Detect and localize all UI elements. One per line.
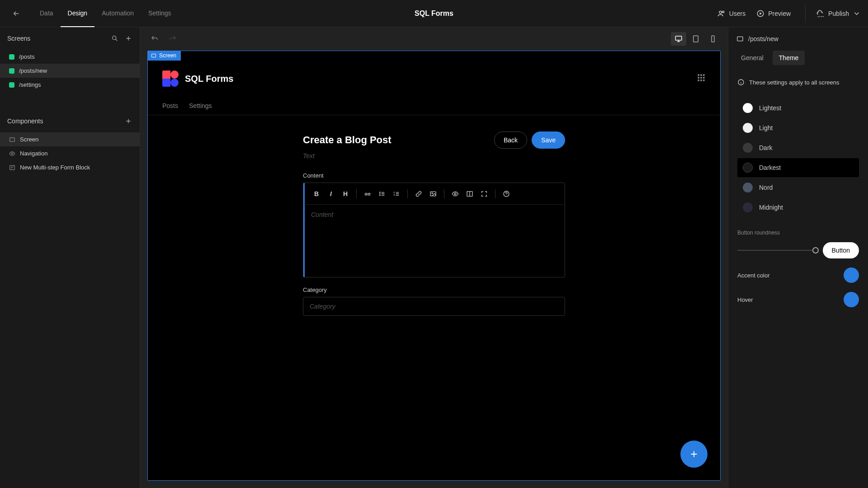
svg-rect-4 [10,137,15,141]
form-title: Create a Blog Post [303,134,392,146]
svg-point-19 [703,80,705,81]
screen-path: /posts/new [748,35,778,42]
undo-button[interactable] [147,32,162,46]
save-button[interactable]: Save [532,131,565,149]
roundness-slider[interactable] [737,250,816,251]
svg-point-18 [701,80,702,81]
svg-point-25 [454,193,456,195]
form-subtext: Text [303,152,565,160]
svg-rect-28 [737,37,743,41]
accent-label: Accent color [737,272,770,279]
theme-midnight[interactable]: Midnight [737,198,859,217]
svg-point-12 [701,75,702,76]
hover-label: Hover [737,296,753,303]
component-label: Navigation [20,150,47,157]
svg-point-21 [380,193,380,194]
svg-point-22 [380,195,380,195]
svg-point-0 [719,11,722,13]
app-tab-posts[interactable]: Posts [162,96,178,115]
fullscreen-icon[interactable] [478,188,491,200]
project-title: SQL Forms [415,9,453,18]
top-tab-settings[interactable]: Settings [141,0,179,27]
screen-label: /posts/new [19,67,47,74]
screen-label: /posts [19,53,35,60]
content-editor[interactable]: Content [303,205,565,277]
svg-rect-8 [693,36,698,42]
form-icon [9,164,15,171]
preview-button[interactable]: Preview [756,9,791,18]
component-navigation[interactable]: Navigation [0,146,140,160]
tab-general[interactable]: General [735,51,770,65]
back-arrow[interactable] [7,5,25,23]
preview-icon[interactable] [449,188,462,200]
svg-rect-9 [712,36,714,42]
svg-rect-10 [152,54,156,57]
theme-light[interactable]: Light [737,118,859,137]
screen-icon [736,35,744,42]
theme-label: Light [759,124,773,131]
hover-color-picker[interactable] [844,292,859,307]
tab-theme[interactable]: Theme [773,51,805,65]
roundness-label: Button roundness [737,230,859,236]
device-tablet[interactable] [688,32,703,46]
component-form-block[interactable]: New Multi-step Form Block [0,160,140,174]
svg-point-20 [380,192,380,192]
svg-point-14 [698,77,699,79]
help-icon[interactable] [500,188,513,200]
svg-point-11 [698,75,699,76]
top-tab-design[interactable]: Design [61,0,95,27]
chevron-down-icon [853,9,861,18]
svg-point-15 [701,77,702,79]
split-icon[interactable] [463,188,476,200]
image-icon[interactable] [427,188,439,200]
component-screen[interactable]: Screen [0,132,140,146]
bold-icon[interactable]: B [310,188,323,200]
publish-button[interactable]: Publish [816,9,861,18]
back-button[interactable]: Back [494,131,527,149]
screen-item-settings[interactable]: /settings [0,78,140,92]
ol-icon[interactable] [390,188,403,200]
theme-label: Nord [759,184,773,191]
roundness-preview: Button [823,242,859,258]
svg-point-17 [698,80,699,81]
top-tab-data[interactable]: Data [33,0,61,27]
components-heading: Components [7,117,43,125]
screen-item-posts[interactable]: /posts [0,50,140,64]
top-tab-automation[interactable]: Automation [94,0,141,27]
screen-icon [9,136,15,143]
screen-item-posts-new[interactable]: /posts/new [0,64,140,78]
fab-add[interactable] [680,441,708,468]
theme-nord[interactable]: Nord [737,178,859,197]
add-screen-icon[interactable] [124,34,132,42]
canvas-frame[interactable]: Screen SQL Forms Posts Settings [147,51,721,481]
svg-point-5 [11,153,13,155]
ul-icon[interactable] [376,188,388,200]
theme-label: Midnight [759,204,783,211]
device-desktop[interactable] [671,32,686,46]
app-logo-icon [162,70,179,87]
category-label: Category [303,286,565,293]
screens-heading: Screens [7,35,30,42]
link-icon[interactable] [412,188,425,200]
accent-color-picker[interactable] [844,267,859,283]
component-label: New Multi-step Form Block [20,164,90,171]
theme-lightest[interactable]: Lightest [737,99,859,117]
device-mobile[interactable] [705,32,721,46]
search-icon[interactable] [111,34,119,42]
app-menu-icon[interactable] [697,73,706,84]
svg-point-13 [703,75,705,76]
users-button[interactable]: Users [717,9,746,18]
theme-dark[interactable]: Dark [737,138,859,157]
quote-icon[interactable] [361,188,374,200]
component-label: Screen [20,136,38,143]
category-input[interactable] [303,297,565,316]
redo-button[interactable] [165,32,180,46]
theme-darkest[interactable]: Darkest [737,158,859,177]
app-tab-settings[interactable]: Settings [189,96,212,115]
add-component-icon[interactable] [124,117,132,125]
users-label: Users [729,10,746,17]
italic-icon[interactable]: I [325,188,337,200]
heading-icon[interactable]: H [339,188,352,200]
info-text: These settings apply to all screens [749,79,839,86]
svg-point-3 [113,36,116,40]
